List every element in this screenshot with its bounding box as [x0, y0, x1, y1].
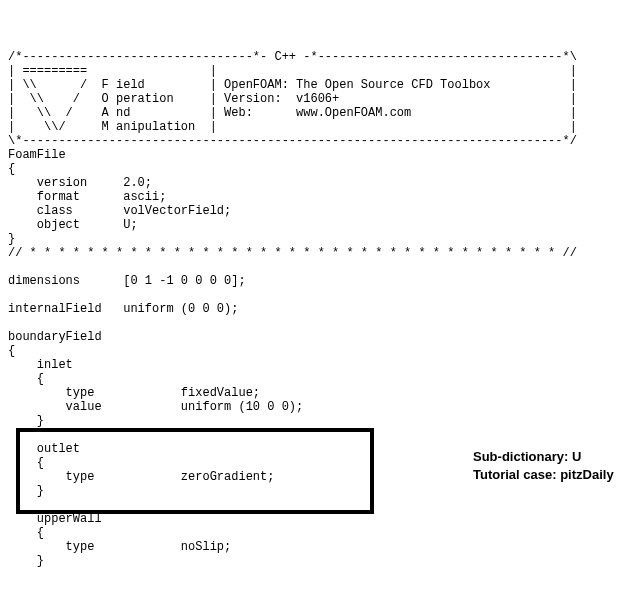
- annotation-line1: Sub-dictionary: U: [473, 449, 581, 464]
- openfoam-dict-file: /*--------------------------------*- C++…: [8, 50, 623, 601]
- annotation-text: Sub-dictionary: UTutorial case: pitzDail…: [473, 448, 614, 484]
- code-block: /*--------------------------------*- C++…: [8, 50, 623, 568]
- annotation-line2: Tutorial case: pitzDaily: [473, 467, 614, 482]
